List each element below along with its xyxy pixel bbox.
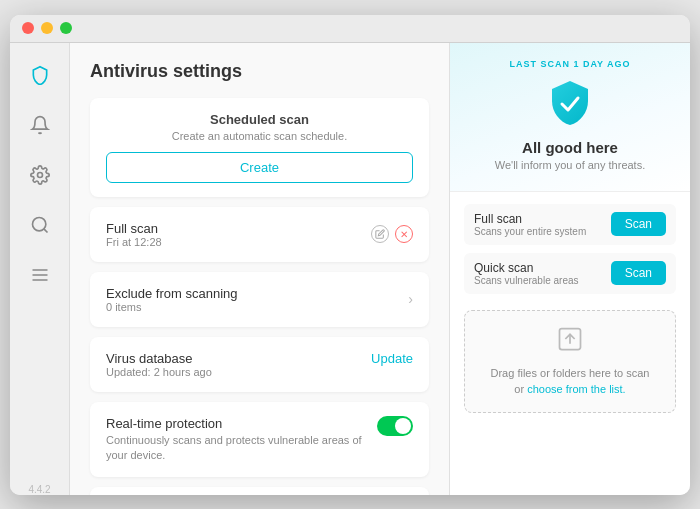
status-area: LAST SCAN 1 DAY AGO <box>450 43 690 192</box>
quick-scan-button[interactable]: Scan <box>611 261 666 285</box>
scheduled-scan-card: Scheduled scan Create an automatic scan … <box>90 98 429 197</box>
quick-scan-action: Quick scan Scans vulnerable areas Scan <box>464 253 676 294</box>
titlebar <box>10 15 690 43</box>
scan-actions: Full scan Scans your entire system Scan … <box>450 192 690 306</box>
antivirus-notifications-card: Antivirus notifications Get notified abo… <box>90 487 429 494</box>
virus-sub-label: Updated: 2 hours ago <box>106 366 212 378</box>
exclude-main-label: Exclude from scanning <box>106 286 238 301</box>
update-link[interactable]: Update <box>371 351 413 366</box>
svg-point-0 <box>37 172 42 177</box>
full-scan-action: Full scan Scans your entire system Scan <box>464 204 676 245</box>
scan-name: Full scan <box>106 221 162 236</box>
close-button[interactable] <box>22 22 34 34</box>
exclude-scanning-card[interactable]: Exclude from scanning 0 items › <box>90 272 429 327</box>
drop-choose-link[interactable]: choose from the list. <box>527 383 625 395</box>
minimize-button[interactable] <box>41 22 53 34</box>
shield-check-icon <box>548 79 592 129</box>
virus-main-label: Virus database <box>106 351 212 366</box>
drop-text-pre: or <box>514 383 527 395</box>
app-window: 4.4.2 Antivirus settings Scheduled scan … <box>10 15 690 495</box>
left-panel: Antivirus settings Scheduled scan Create… <box>70 43 450 495</box>
drop-text-line1: Drag files or folders here to scan <box>491 367 650 379</box>
content-area: Antivirus settings Scheduled scan Create… <box>70 43 690 495</box>
quick-scan-action-desc: Scans vulnerable areas <box>474 275 579 286</box>
sidebar-item-search[interactable] <box>24 209 56 241</box>
create-schedule-button[interactable]: Create <box>106 152 413 183</box>
drop-area[interactable]: Drag files or folders here to scan or ch… <box>464 310 676 413</box>
sidebar-item-bell[interactable] <box>24 109 56 141</box>
scan-row: Full scan Fri at 12:28 ✕ <box>106 221 413 248</box>
chevron-right-icon: › <box>408 291 413 307</box>
scan-row-icons: ✕ <box>371 225 413 243</box>
drop-text: Drag files or folders here to scan or ch… <box>475 365 665 398</box>
real-time-protection-card: Real-time protection Continuously scans … <box>90 402 429 478</box>
status-subtitle: We'll inform you of any threats. <box>466 159 674 171</box>
full-scan-card: Full scan Fri at 12:28 ✕ <box>90 207 429 262</box>
exclude-items-count: 0 items <box>106 301 238 313</box>
virus-row: Virus database Updated: 2 hours ago Upda… <box>106 351 413 378</box>
sidebar-item-shield[interactable] <box>24 59 56 91</box>
version-label: 4.4.2 <box>28 476 50 495</box>
right-panel: LAST SCAN 1 DAY AGO <box>450 43 690 495</box>
full-scan-action-desc: Scans your entire system <box>474 226 586 237</box>
protection-sub-label: Continuously scans and protects vulnerab… <box>106 433 369 464</box>
real-time-toggle[interactable] <box>377 416 413 436</box>
page-title: Antivirus settings <box>90 61 429 82</box>
maximize-button[interactable] <box>60 22 72 34</box>
quick-scan-action-left: Quick scan Scans vulnerable areas <box>474 261 579 286</box>
drop-icon <box>475 325 665 359</box>
scan-time: Fri at 12:28 <box>106 236 162 248</box>
sidebar-item-settings[interactable] <box>24 259 56 291</box>
sidebar: 4.4.2 <box>10 43 70 495</box>
scan-row-left: Full scan Fri at 12:28 <box>106 221 162 248</box>
last-scan-label: LAST SCAN 1 DAY AGO <box>466 59 674 69</box>
svg-line-2 <box>43 228 47 232</box>
scheduled-scan-subtitle: Create an automatic scan schedule. <box>106 130 413 142</box>
exclude-label: Exclude from scanning 0 items <box>106 286 238 313</box>
delete-scan-button[interactable]: ✕ <box>395 225 413 243</box>
quick-scan-action-name: Quick scan <box>474 261 579 275</box>
full-scan-button[interactable]: Scan <box>611 212 666 236</box>
protection-text: Real-time protection Continuously scans … <box>106 416 369 464</box>
protection-row: Real-time protection Continuously scans … <box>106 416 413 464</box>
sidebar-item-gear[interactable] <box>24 159 56 191</box>
virus-database-card: Virus database Updated: 2 hours ago Upda… <box>90 337 429 392</box>
full-scan-action-left: Full scan Scans your entire system <box>474 212 586 237</box>
protection-main-label: Real-time protection <box>106 416 369 431</box>
exclude-row: Exclude from scanning 0 items › <box>106 286 413 313</box>
svg-point-1 <box>32 217 45 230</box>
status-title: All good here <box>466 139 674 156</box>
virus-label: Virus database Updated: 2 hours ago <box>106 351 212 378</box>
edit-scan-button[interactable] <box>371 225 389 243</box>
full-scan-action-name: Full scan <box>474 212 586 226</box>
shield-icon-wrap <box>466 79 674 129</box>
main-layout: 4.4.2 Antivirus settings Scheduled scan … <box>10 43 690 495</box>
scheduled-scan-title: Scheduled scan <box>106 112 413 127</box>
